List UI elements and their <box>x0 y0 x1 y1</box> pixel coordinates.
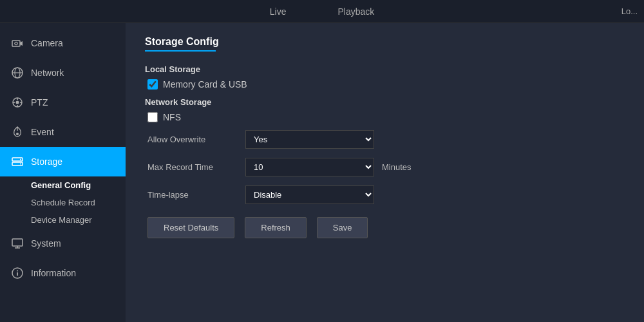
allow-overwrite-select[interactable]: Yes No <box>245 130 374 149</box>
svg-point-16 <box>20 164 21 165</box>
main-layout: Camera Network <box>0 23 644 322</box>
sidebar-item-label-storage: Storage <box>31 156 62 167</box>
system-icon <box>10 236 24 251</box>
memory-card-usb-checkbox[interactable] <box>147 79 158 90</box>
svg-point-7 <box>16 101 19 104</box>
button-row: Reset Defaults Refresh Save <box>147 217 625 238</box>
allow-overwrite-label: Allow Overwrite <box>147 135 238 144</box>
sidebar-item-ptz[interactable]: PTZ <box>0 88 126 117</box>
reset-defaults-button[interactable]: Reset Defaults <box>147 217 234 238</box>
sidebar-subitem-schedule-record[interactable]: Schedule Record <box>0 194 126 211</box>
time-lapse-row: Time-lapse Disable Enable <box>147 185 625 204</box>
event-icon <box>10 125 24 139</box>
info-icon <box>10 266 24 280</box>
local-storage-label: Local Storage <box>145 64 625 74</box>
storage-icon <box>10 155 24 169</box>
page-title: Storage Config <box>145 36 625 48</box>
max-record-time-label: Max Record Time <box>147 162 238 172</box>
sidebar-item-camera[interactable]: Camera <box>0 28 126 58</box>
time-lapse-select[interactable]: Disable Enable <box>245 185 374 204</box>
max-record-time-select[interactable]: 5 10 15 20 30 <box>245 158 374 176</box>
sidebar: Camera Network <box>0 23 126 322</box>
nfs-row: NFS <box>147 112 625 122</box>
sidebar-item-label-camera: Camera <box>31 38 63 48</box>
tab-playback[interactable]: Playback <box>331 3 381 21</box>
max-record-time-row: Max Record Time 5 10 15 20 30 Minutes <box>147 158 625 176</box>
sidebar-item-label-system: System <box>31 238 61 249</box>
content-area: Storage Config Local Storage Memory Card… <box>126 23 644 322</box>
sidebar-item-storage[interactable]: Storage <box>0 147 126 176</box>
svg-rect-17 <box>12 239 23 246</box>
save-button[interactable]: Save <box>317 217 368 238</box>
sidebar-item-label-network: Network <box>31 68 64 78</box>
network-icon <box>10 66 24 80</box>
svg-point-2 <box>15 42 17 44</box>
sidebar-item-label-event: Event <box>31 127 54 137</box>
nfs-checkbox[interactable] <box>147 112 158 122</box>
network-storage-label: Network Storage <box>145 97 625 107</box>
svg-point-15 <box>20 159 21 160</box>
top-nav: Live Playback Lo... <box>0 0 644 23</box>
nav-right: Lo... <box>621 0 644 23</box>
camera-icon <box>10 36 24 50</box>
tab-live[interactable]: Live <box>263 3 293 21</box>
sidebar-item-event[interactable]: Event <box>0 117 126 147</box>
ptz-icon <box>10 95 24 109</box>
sidebar-subitem-device-manager[interactable]: Device Manager <box>0 211 126 229</box>
memory-card-usb-label: Memory Card & USB <box>163 79 247 90</box>
sidebar-item-information[interactable]: Information <box>0 258 126 288</box>
nav-tabs: Live Playback <box>263 3 381 21</box>
local-storage-section: Local Storage Memory Card & USB <box>145 64 625 90</box>
sidebar-item-system[interactable]: System <box>0 229 126 258</box>
max-record-time-unit: Minutes <box>382 162 412 172</box>
svg-point-12 <box>16 133 19 135</box>
svg-point-22 <box>17 270 18 272</box>
nfs-label: NFS <box>163 112 181 122</box>
sidebar-item-label-ptz: PTZ <box>31 97 48 108</box>
svg-rect-0 <box>12 41 20 46</box>
refresh-button[interactable]: Refresh <box>245 217 307 238</box>
network-storage-section: Network Storage NFS <box>145 97 625 122</box>
allow-overwrite-row: Allow Overwrite Yes No <box>147 130 625 149</box>
sidebar-subitem-general-config[interactable]: General Config <box>0 176 126 194</box>
time-lapse-label: Time-lapse <box>147 190 238 200</box>
sidebar-item-label-information: Information <box>31 268 76 278</box>
title-underline <box>145 50 216 52</box>
memory-card-usb-row: Memory Card & USB <box>147 79 625 90</box>
sidebar-item-network[interactable]: Network <box>0 58 126 88</box>
